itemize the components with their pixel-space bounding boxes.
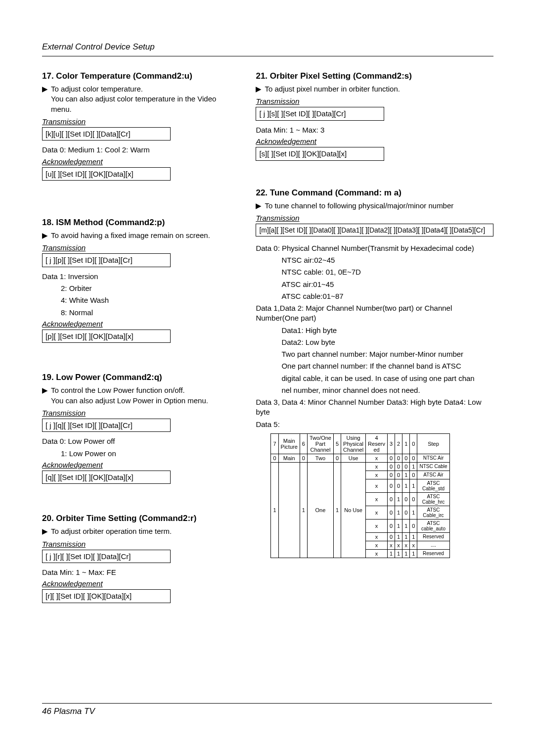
td: 0	[402, 454, 410, 462]
td: x	[395, 541, 402, 549]
td: 0	[387, 471, 395, 479]
th: 4 Reserv ed	[366, 433, 388, 454]
data5-label: Data 5:	[256, 420, 493, 429]
table-head-row: 7 Main Picture 6 Two/One Part Channel 5 …	[271, 433, 449, 454]
footer: 46 Plasma TV	[42, 703, 492, 716]
td: 1	[333, 462, 341, 558]
td: 0	[387, 492, 395, 506]
td: x	[366, 519, 388, 532]
section-21-desc: To adjust pixel number in orbiter functi…	[265, 84, 400, 94]
data-text: Data 0: Medium 1: Cool 2: Warm	[42, 145, 232, 155]
td: Reserved	[417, 549, 449, 558]
acknowledgement-cmd: [q][ ][Set ID][ ][OK][Data][x]	[42, 471, 171, 484]
td: x	[366, 541, 388, 549]
td: 0	[410, 492, 417, 506]
td: 1	[402, 471, 410, 479]
th: 3	[387, 433, 395, 454]
section-22: 22. Tune Command (Command: m a) ▶ To tun…	[256, 188, 493, 558]
play-icon: ▶	[256, 84, 265, 94]
td: 0	[387, 479, 395, 492]
td: 1	[395, 532, 402, 541]
td: 1	[410, 549, 417, 558]
data5-table: 7 Main Picture 6 Two/One Part Channel 5 …	[270, 433, 449, 558]
data-text: Data Min: 1 ~ Max: 3	[256, 125, 493, 135]
footer-divider	[42, 703, 492, 704]
section-22-desc: To tune channel to following physical/ma…	[265, 201, 453, 211]
th: 2	[395, 433, 402, 454]
td: 1	[300, 462, 307, 558]
td: x	[366, 471, 388, 479]
transmission-cmd: [k][u][ ][Set ID][ ][Data][Cr]	[42, 127, 171, 141]
data12-text: Data1: High byte	[256, 326, 493, 335]
section-21: 21. Orbiter Pixel Setting (Command2:s) ▶…	[256, 71, 493, 163]
section-19: 19. Low Power (Command2:q) ▶ To control …	[42, 373, 232, 486]
table-row: 11One1No Usex0001NTSC Cable	[271, 462, 449, 471]
th: Two/One Part Channel	[307, 433, 333, 454]
td: x	[410, 541, 417, 549]
td: 0	[395, 462, 402, 471]
section-19-title: 19. Low Power (Command2:q)	[42, 373, 232, 382]
acknowledgement-label: Acknowledgement	[42, 157, 232, 166]
section-20-desc: To adjust orbiter operation time term.	[51, 526, 172, 536]
data12-text: digital cable, it can be used. In case o…	[256, 374, 493, 383]
td: 0	[395, 471, 402, 479]
play-icon: ▶	[42, 84, 51, 114]
td: 0	[387, 532, 395, 541]
td: 1	[402, 519, 410, 532]
data-text: Data 1: Inversion	[42, 272, 232, 282]
data0-text: Data 0: Physical Channel Number(Transmit…	[256, 243, 493, 253]
data-text: 4: White Wash	[42, 295, 232, 305]
td: ATSC Air	[417, 471, 449, 479]
data-text: 1: Low Power on	[42, 449, 232, 459]
top-divider	[42, 56, 493, 56]
transmission-label: Transmission	[42, 243, 232, 252]
acknowledgement-label: Acknowledgement	[42, 320, 232, 328]
td: 1	[387, 549, 395, 558]
left-column: 17. Color Temperature (Command2:u) ▶ To …	[42, 71, 232, 630]
footer-text: 46 Plasma TV	[42, 707, 492, 716]
play-icon: ▶	[42, 526, 51, 536]
td: x	[402, 541, 410, 549]
th: 1	[402, 433, 410, 454]
td: One	[307, 462, 333, 558]
td: NTSC Cable	[417, 462, 449, 471]
td: 0	[300, 454, 307, 462]
td: 0	[410, 471, 417, 479]
td: 1	[395, 506, 402, 519]
transmission-label: Transmission	[42, 117, 232, 126]
td: 0	[402, 492, 410, 506]
td: 1	[410, 479, 417, 492]
data34-text: Data 3, Data 4: Minor Channel Number Dat…	[256, 397, 493, 418]
td: 0	[333, 454, 341, 462]
td: ATSC Cable_std	[417, 479, 449, 492]
td: 1	[395, 549, 402, 558]
section-21-title: 21. Orbiter Pixel Setting (Command2:s)	[256, 71, 493, 81]
right-column: 21. Orbiter Pixel Setting (Command2:s) ▶…	[256, 71, 493, 630]
td: x	[366, 492, 388, 506]
td: 0	[395, 454, 402, 462]
td: 1	[395, 492, 402, 506]
td: 0	[402, 506, 410, 519]
transmission-label: Transmission	[256, 214, 493, 222]
section-17-desc: To adjust color temperature. You can als…	[51, 84, 232, 114]
th: 0	[410, 433, 417, 454]
td: 0	[410, 454, 417, 462]
th: 5	[333, 433, 341, 454]
acknowledgement-label: Acknowledgement	[42, 579, 232, 588]
td: ATSC Cable_hrc	[417, 492, 449, 506]
play-icon: ▶	[256, 201, 265, 211]
td: x	[366, 532, 388, 541]
section-22-title: 22. Tune Command (Command: m a)	[256, 188, 493, 198]
data12-text: nel number, minor channel does not need.	[256, 385, 493, 395]
td: 0	[387, 462, 395, 471]
data-text: Data Min: 1 ~ Max: FE	[42, 567, 232, 577]
transmission-label: Transmission	[42, 409, 232, 417]
section-18: 18. ISM Method (Command2:p) ▶ To avoid h…	[42, 218, 232, 345]
transmission-cmd: [ j ][q][ ][Set ID][ ][Data][Cr]	[42, 419, 171, 432]
data0-text: ATSC cable:01~87	[256, 291, 493, 301]
td: Main	[278, 454, 300, 462]
td: x	[366, 454, 388, 462]
running-head: External Control Device Setup	[42, 42, 493, 52]
acknowledgement-cmd: [r][ ][Set ID][ ][OK][Data][x]	[42, 589, 171, 603]
section-17: 17. Color Temperature (Command2:u) ▶ To …	[42, 71, 232, 183]
